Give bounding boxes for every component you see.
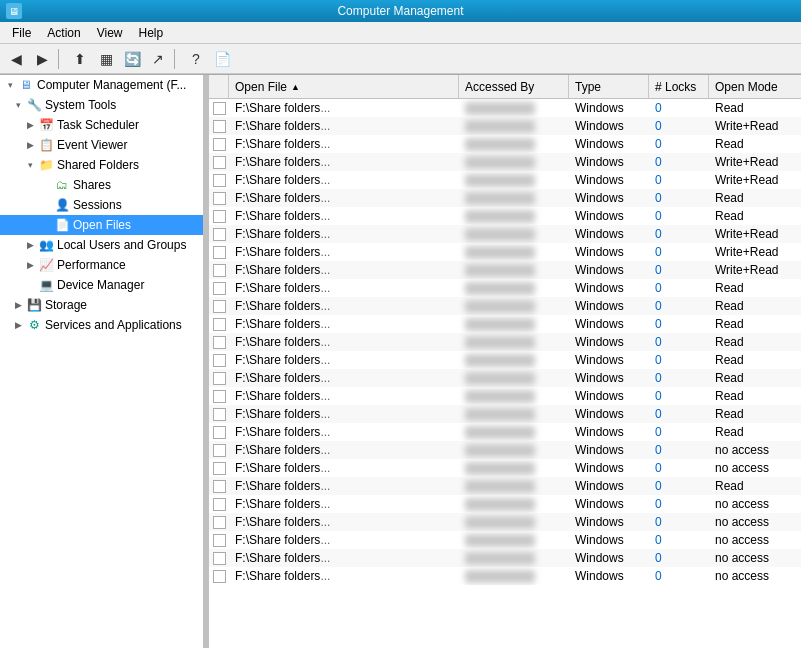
header-locks[interactable]: # Locks xyxy=(649,75,709,98)
tree-item-task-scheduler[interactable]: ▶ 📅 Task Scheduler xyxy=(0,115,203,135)
header-accessed-by[interactable]: Accessed By xyxy=(459,75,569,98)
table-row[interactable]: F:\Share folders ...m••••••••••Windows0R… xyxy=(209,279,801,297)
row-open-mode: no access xyxy=(709,549,801,567)
row-checkbox[interactable] xyxy=(213,282,226,295)
row-checkbox[interactable] xyxy=(213,300,226,313)
row-checkbox[interactable] xyxy=(213,354,226,367)
table-row[interactable]: F:\Share folders ...g••••••••••Windows0W… xyxy=(209,171,801,189)
table-row[interactable]: F:\Share folders ...e•••••••Windows0no a… xyxy=(209,549,801,567)
table-row[interactable]: F:\Share folders ...k••••••••••Windows0W… xyxy=(209,243,801,261)
table-row[interactable]: F:\Share folders ...r••••••••••Windows0R… xyxy=(209,369,801,387)
tree-item-root[interactable]: ▾ 🖥 Computer Management (F... xyxy=(0,75,203,95)
table-row[interactable]: F:\Share folders ...p••••••••••Windows0R… xyxy=(209,333,801,351)
header-open-file[interactable]: Open File ▲ xyxy=(229,75,459,98)
table-row[interactable]: F:\Share folders ...e•••••••Windows0no a… xyxy=(209,513,801,531)
row-checkbox[interactable] xyxy=(213,552,226,565)
table-row[interactable]: F:\Share folders ...e•••••••Windows0no a… xyxy=(209,567,801,585)
row-checkbox[interactable] xyxy=(213,570,226,583)
row-checkbox[interactable] xyxy=(213,426,226,439)
tree-label-task: Task Scheduler xyxy=(57,118,139,132)
tree-item-event-viewer[interactable]: ▶ 📋 Event Viewer xyxy=(0,135,203,155)
row-checkbox-cell xyxy=(209,351,229,369)
tree-item-sessions[interactable]: ▶ 👤 Sessions xyxy=(0,195,203,215)
table-row[interactable]: F:\Share folders ...e•••••••Windows0no a… xyxy=(209,495,801,513)
row-checkbox[interactable] xyxy=(213,264,226,277)
row-open-file: F:\Share folders ... xyxy=(229,243,459,261)
row-type: Windows xyxy=(569,207,649,225)
row-checkbox[interactable] xyxy=(213,372,226,385)
tree-item-storage[interactable]: ▶ 💾 Storage xyxy=(0,295,203,315)
row-checkbox[interactable] xyxy=(213,498,226,511)
row-checkbox[interactable] xyxy=(213,516,226,529)
menu-help[interactable]: Help xyxy=(131,24,172,42)
table-row[interactable]: F:\Share folders ...s••••••••••Windows0R… xyxy=(209,387,801,405)
table-row[interactable]: F:\Share folders ...D••••••••••Windows0n… xyxy=(209,441,801,459)
row-checkbox[interactable] xyxy=(213,480,226,493)
table-row[interactable]: F:\Share folders ...j••••••••••Windows0W… xyxy=(209,225,801,243)
row-checkbox[interactable] xyxy=(213,174,226,187)
table-row[interactable]: F:\Share folders ...t••••••••••Windows0R… xyxy=(209,405,801,423)
refresh-button[interactable]: 🔄 xyxy=(120,47,144,71)
up-button[interactable]: ⬆ xyxy=(68,47,92,71)
row-checkbox[interactable] xyxy=(213,444,226,457)
row-checkbox[interactable] xyxy=(213,246,226,259)
row-checkbox[interactable] xyxy=(213,138,226,151)
menu-view[interactable]: View xyxy=(89,24,131,42)
show-hide-button[interactable]: ▦ xyxy=(94,47,118,71)
back-button[interactable]: ◀ xyxy=(4,47,28,71)
row-locks: 0 xyxy=(649,99,709,117)
table-row[interactable]: F:\Share folders ...u••••••••••Windows0R… xyxy=(209,423,801,441)
row-checkbox[interactable] xyxy=(213,102,226,115)
tree-item-shares[interactable]: ▶ 🗂 Shares xyxy=(0,175,203,195)
table-row[interactable]: F:\Share folders ...o••••••••••Windows0R… xyxy=(209,315,801,333)
table-row[interactable]: F:\Share folders ...e•••••••Windows0no a… xyxy=(209,531,801,549)
export-button[interactable]: ↗ xyxy=(146,47,170,71)
menu-action[interactable]: Action xyxy=(39,24,88,42)
table-row[interactable]: F:\Share folders ...l••••••••••Windows0W… xyxy=(209,261,801,279)
help-button[interactable]: ? xyxy=(184,47,208,71)
row-checkbox[interactable] xyxy=(213,120,226,133)
row-checkbox[interactable] xyxy=(213,318,226,331)
row-locks: 0 xyxy=(649,135,709,153)
row-checkbox[interactable] xyxy=(213,462,226,475)
properties-button[interactable]: 📄 xyxy=(210,47,234,71)
tree-item-system-tools[interactable]: ▾ 🔧 System Tools xyxy=(0,95,203,115)
table-row[interactable]: F:\Share folders ...e••••••••••Windows0R… xyxy=(209,135,801,153)
table-row[interactable]: F:\Share folders ...h••••••••••Windows0R… xyxy=(209,189,801,207)
table-row[interactable]: F:\Share folders ...e•••••••Windows0no a… xyxy=(209,459,801,477)
row-checkbox[interactable] xyxy=(213,156,226,169)
tree-item-open-files[interactable]: ▶ 📄 Open Files xyxy=(0,215,203,235)
table-row[interactable]: F:\Share folders ...c••••••••••Windows0R… xyxy=(209,99,801,117)
row-open-file: F:\Share folders ... xyxy=(229,495,459,513)
row-checkbox[interactable] xyxy=(213,228,226,241)
table-body[interactable]: F:\Share folders ...c••••••••••Windows0R… xyxy=(209,99,801,648)
header-type[interactable]: Type xyxy=(569,75,649,98)
content-panel: Open File ▲ Accessed By Type # Locks Ope… xyxy=(209,75,801,648)
table-row[interactable]: F:\Share folders ...d••••••••••Windows0W… xyxy=(209,117,801,135)
menu-file[interactable]: File xyxy=(4,24,39,42)
row-checkbox[interactable] xyxy=(213,210,226,223)
row-checkbox[interactable] xyxy=(213,408,226,421)
tree-item-services[interactable]: ▶ ⚙ Services and Applications xyxy=(0,315,203,335)
tree-item-performance[interactable]: ▶ 📈 Performance xyxy=(0,255,203,275)
row-open-file: F:\Share folders ... xyxy=(229,225,459,243)
row-checkbox[interactable] xyxy=(213,390,226,403)
row-checkbox[interactable] xyxy=(213,192,226,205)
table-row[interactable]: F:\Share folders ...i••••••••••Windows0R… xyxy=(209,207,801,225)
forward-button[interactable]: ▶ xyxy=(30,47,54,71)
row-accessed-by: e••••••• xyxy=(459,495,569,513)
task-icon: 📅 xyxy=(38,117,54,133)
table-row[interactable]: F:\Share folders ...f••••••••••Windows0W… xyxy=(209,153,801,171)
row-checkbox[interactable] xyxy=(213,336,226,349)
header-open-mode[interactable]: Open Mode xyxy=(709,75,801,98)
table-row[interactable]: F:\Share folders ...n••••••••••Windows0R… xyxy=(209,297,801,315)
table-row[interactable]: F:\Share folders ...q••••••••••Windows0R… xyxy=(209,351,801,369)
tree-panel[interactable]: ▾ 🖥 Computer Management (F... ▾ 🔧 System… xyxy=(0,75,205,648)
row-checkbox-cell xyxy=(209,531,229,549)
row-type: Windows xyxy=(569,477,649,495)
row-checkbox[interactable] xyxy=(213,534,226,547)
tree-item-shared-folders[interactable]: ▾ 📁 Shared Folders xyxy=(0,155,203,175)
tree-item-local-users[interactable]: ▶ 👥 Local Users and Groups xyxy=(0,235,203,255)
table-row[interactable]: F:\Share folders ...e•••••••Windows0Read xyxy=(209,477,801,495)
tree-item-device-manager[interactable]: ▶ 💻 Device Manager xyxy=(0,275,203,295)
